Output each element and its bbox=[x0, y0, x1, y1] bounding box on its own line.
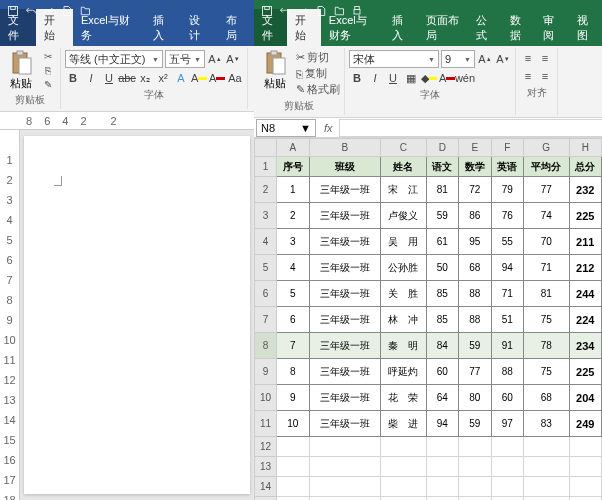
cell[interactable]: 88 bbox=[459, 281, 492, 307]
cell[interactable] bbox=[277, 497, 310, 501]
tab-view[interactable]: 视图 bbox=[569, 9, 602, 46]
cell[interactable]: 59 bbox=[459, 411, 492, 437]
cell[interactable] bbox=[524, 437, 570, 457]
italic-button[interactable]: I bbox=[83, 70, 99, 86]
select-all-corner[interactable] bbox=[255, 139, 277, 157]
header-cell[interactable]: 语文 bbox=[426, 157, 459, 177]
tab-layout[interactable]: 布局 bbox=[218, 9, 254, 46]
cell[interactable]: 关 胜 bbox=[381, 281, 427, 307]
font-name-combo[interactable]: 宋体▼ bbox=[349, 50, 439, 68]
grow-font-icon[interactable]: A▲ bbox=[477, 51, 493, 67]
cell[interactable] bbox=[381, 437, 427, 457]
cell[interactable]: 84 bbox=[426, 333, 459, 359]
cell[interactable] bbox=[309, 457, 381, 477]
worksheet[interactable]: ABCDEFGH1序号班级姓名语文数学英语平均分总分21三年级一班宋 江8172… bbox=[254, 138, 602, 500]
cell[interactable]: 77 bbox=[459, 359, 492, 385]
cell[interactable] bbox=[426, 477, 459, 497]
bold-button[interactable]: B bbox=[349, 70, 365, 86]
cell[interactable]: 78 bbox=[524, 333, 570, 359]
cell[interactable] bbox=[277, 477, 310, 497]
undo-icon[interactable] bbox=[276, 2, 294, 20]
align-left-icon[interactable]: ≡ bbox=[520, 68, 536, 84]
row-header[interactable]: 15 bbox=[255, 497, 277, 501]
cell[interactable]: 88 bbox=[491, 359, 524, 385]
row-header[interactable]: 7 bbox=[255, 307, 277, 333]
cell[interactable]: 50 bbox=[426, 255, 459, 281]
bold-button[interactable]: B bbox=[65, 70, 81, 86]
copy-icon[interactable]: ⎘ bbox=[40, 64, 56, 77]
tab-review[interactable]: 审阅 bbox=[535, 9, 568, 46]
quick-print-icon[interactable] bbox=[348, 2, 366, 20]
tab-page-layout[interactable]: 页面布局 bbox=[418, 9, 469, 46]
header-cell[interactable]: 数学 bbox=[459, 157, 492, 177]
vertical-ruler[interactable]: 12345678910111213141516171819 bbox=[0, 130, 20, 500]
cell[interactable]: 212 bbox=[569, 255, 602, 281]
cell[interactable]: 三年级一班 bbox=[309, 255, 381, 281]
cell[interactable]: 三年级一班 bbox=[309, 307, 381, 333]
superscript-button[interactable]: x² bbox=[155, 70, 171, 86]
cell[interactable]: 81 bbox=[524, 281, 570, 307]
cell[interactable]: 59 bbox=[426, 203, 459, 229]
header-cell[interactable]: 班级 bbox=[309, 157, 381, 177]
cell[interactable] bbox=[277, 457, 310, 477]
cell[interactable]: 95 bbox=[459, 229, 492, 255]
text-effects-icon[interactable]: A bbox=[173, 70, 189, 86]
fill-color-icon[interactable]: ◆ bbox=[421, 70, 437, 86]
undo-icon[interactable] bbox=[22, 2, 40, 20]
col-header[interactable]: C bbox=[381, 139, 427, 157]
italic-button[interactable]: I bbox=[367, 70, 383, 86]
cell[interactable]: 7 bbox=[277, 333, 310, 359]
cell[interactable]: 85 bbox=[426, 307, 459, 333]
cell[interactable]: 三年级一班 bbox=[309, 385, 381, 411]
cell[interactable]: 249 bbox=[569, 411, 602, 437]
cell[interactable] bbox=[491, 457, 524, 477]
save-icon[interactable] bbox=[258, 2, 276, 20]
cell[interactable]: 1 bbox=[277, 177, 310, 203]
shrink-font-icon[interactable]: A▼ bbox=[225, 51, 241, 67]
cell[interactable]: 林 冲 bbox=[381, 307, 427, 333]
cell[interactable] bbox=[524, 497, 570, 501]
cell[interactable]: 225 bbox=[569, 203, 602, 229]
highlight-icon[interactable]: A bbox=[191, 70, 207, 86]
cell[interactable]: 234 bbox=[569, 333, 602, 359]
cell[interactable] bbox=[524, 457, 570, 477]
row-header[interactable]: 13 bbox=[255, 457, 277, 477]
header-cell[interactable]: 总分 bbox=[569, 157, 602, 177]
cell[interactable]: 88 bbox=[459, 307, 492, 333]
header-cell[interactable]: 序号 bbox=[277, 157, 310, 177]
phonetic-icon[interactable]: wén bbox=[457, 70, 473, 86]
header-cell[interactable]: 英语 bbox=[491, 157, 524, 177]
col-header[interactable]: G bbox=[524, 139, 570, 157]
cell[interactable]: 72 bbox=[459, 177, 492, 203]
tab-design[interactable]: 设计 bbox=[181, 9, 217, 46]
align-top-icon[interactable]: ≡ bbox=[520, 50, 536, 66]
cell[interactable]: 2 bbox=[277, 203, 310, 229]
cell[interactable]: 60 bbox=[491, 385, 524, 411]
clear-format-icon[interactable]: Aa bbox=[227, 70, 243, 86]
cell[interactable]: 5 bbox=[277, 281, 310, 307]
cell[interactable]: 224 bbox=[569, 307, 602, 333]
cell[interactable]: 91 bbox=[491, 333, 524, 359]
underline-button[interactable]: U bbox=[101, 70, 117, 86]
header-cell[interactable]: 姓名 bbox=[381, 157, 427, 177]
row-header[interactable]: 11 bbox=[255, 411, 277, 437]
row-header[interactable]: 10 bbox=[255, 385, 277, 411]
row-header[interactable]: 9 bbox=[255, 359, 277, 385]
cell[interactable]: 85 bbox=[426, 281, 459, 307]
cell[interactable] bbox=[491, 437, 524, 457]
col-header[interactable]: H bbox=[569, 139, 602, 157]
cell[interactable]: 三年级一班 bbox=[309, 281, 381, 307]
cell[interactable] bbox=[309, 437, 381, 457]
cell[interactable]: 3 bbox=[277, 229, 310, 255]
new-doc-icon[interactable] bbox=[312, 2, 330, 20]
cell[interactable]: 81 bbox=[426, 177, 459, 203]
cell[interactable]: 76 bbox=[491, 203, 524, 229]
cell[interactable]: 三年级一班 bbox=[309, 203, 381, 229]
strike-button[interactable]: abc bbox=[119, 70, 135, 86]
font-size-combo[interactable]: 9▼ bbox=[441, 50, 475, 68]
copy-button[interactable]: ⎘复制 bbox=[296, 66, 340, 81]
name-box[interactable]: N8▼ bbox=[256, 119, 316, 137]
cell[interactable] bbox=[569, 497, 602, 501]
cell[interactable]: 三年级一班 bbox=[309, 359, 381, 385]
cell[interactable]: 83 bbox=[524, 411, 570, 437]
